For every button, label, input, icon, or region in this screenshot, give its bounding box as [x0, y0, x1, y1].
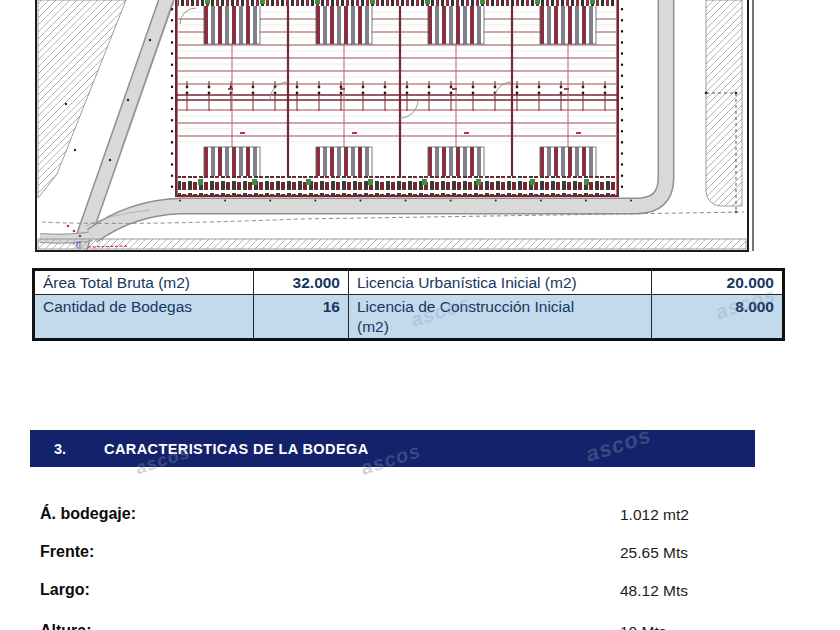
cell-lic-urbanistica-label: Licencia Urbanística Inicial (m2) [349, 270, 652, 295]
plan-vehicles-top [178, 0, 616, 6]
cell-lic-construccion-label: Licencia de Construcción Inicial (m2) [349, 295, 652, 340]
site-plan-drawing [0, 0, 840, 260]
cell-area-total-label: Área Total Bruta (m2) [34, 270, 254, 295]
cell-lic-construccion-value: 8.000 [652, 295, 784, 340]
detail-label: Á. bodegaje: [40, 505, 136, 522]
plan-hatch-bottom [38, 239, 746, 249]
site-plan-svg [0, 0, 840, 260]
section-header-bar: 3. CARACTERISTICAS DE LA BODEGA [30, 430, 755, 467]
plan-hatch-right [706, 0, 742, 206]
detail-row-bodegaje: Á. bodegaje: 1.012 mt2 [40, 505, 800, 529]
detail-label: Largo: [40, 581, 90, 598]
detail-row-altura-cutoff: Altura: 10 Mts [40, 622, 800, 630]
cell-lic-urbanistica-value: 20.000 [652, 270, 784, 295]
spec-table: Área Total Bruta (m2) 32.000 Licencia Ur… [32, 268, 785, 341]
table-row: Cantidad de Bodegas 16 Licencia de Const… [34, 295, 784, 340]
plan-warehouse-building [172, 0, 622, 196]
detail-label: Frente: [40, 543, 94, 560]
detail-row-frente: Frente: 25.65 Mts [40, 543, 800, 567]
cell-area-total-value: 32.000 [254, 270, 349, 295]
plan-vehicles-bottom [178, 176, 616, 195]
cell-cantidad-bodegas-label: Cantidad de Bodegas [34, 295, 254, 340]
section-title: CARACTERISTICAS DE LA BODEGA [104, 441, 368, 457]
detail-value: 10 Mts [620, 623, 667, 630]
detail-value: 25.65 Mts [620, 544, 688, 562]
detail-value: 48.12 Mts [620, 582, 688, 600]
detail-value: 1.012 mt2 [620, 506, 689, 524]
document-page: Área Total Bruta (m2) 32.000 Licencia Ur… [0, 0, 840, 630]
detail-label: Altura: [40, 622, 92, 630]
table-row: Área Total Bruta (m2) 32.000 Licencia Ur… [34, 270, 784, 295]
cell-cantidad-bodegas-value: 16 [254, 295, 349, 340]
detail-row-largo: Largo: 48.12 Mts [40, 581, 800, 605]
cell-lic-construccion-text: Licencia de Construcción Inicial (m2) [357, 297, 597, 336]
section-number: 3. [54, 441, 66, 457]
